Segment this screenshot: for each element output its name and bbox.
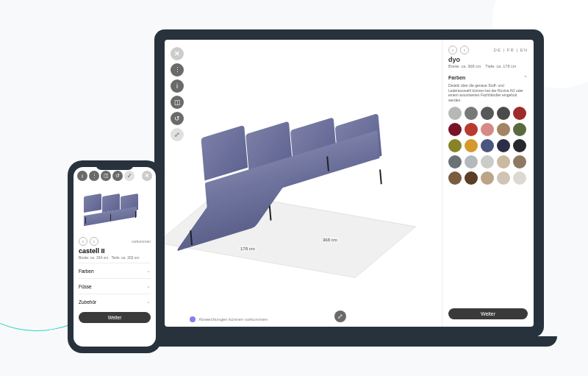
laptop-base [141, 336, 557, 347]
color-swatch[interactable] [513, 171, 526, 185]
expand-icon[interactable]: ⤢ [334, 311, 346, 322]
product-dimensions: Breite: ca. 334 cm Tiefe: ca. 202 cm [79, 255, 151, 260]
color-swatch[interactable] [481, 155, 494, 169]
section-colors[interactable]: Farben ⌃ [448, 73, 528, 83]
product-name: castell II [79, 247, 151, 255]
phone-notch [96, 163, 134, 170]
close-icon[interactable]: ✕ [142, 171, 152, 181]
sofa-3d[interactable] [84, 195, 146, 221]
chevron-down-icon: ⌄ [146, 283, 151, 289]
phone-info-panel: ‹ › vorkommen castell II Breite: ca. 334… [74, 237, 156, 347]
prev-icon[interactable]: ‹ [79, 237, 87, 246]
chevron-down-icon: ⌄ [146, 268, 151, 274]
info-icon[interactable]: i [77, 171, 87, 181]
color-swatch[interactable] [465, 107, 478, 120]
configurator-viewport[interactable]: 178 cm 368 cm Abweichungen können vorkom… [165, 40, 442, 327]
side-header: ‹ › DE | FR | EN [448, 46, 528, 54]
color-swatch[interactable] [513, 123, 526, 136]
product-name: dyo [448, 56, 528, 63]
section-accessories[interactable]: Zubehör ⌄ [79, 294, 151, 309]
more-icon[interactable]: ⋮ [89, 171, 99, 181]
color-swatch[interactable] [513, 139, 526, 152]
color-swatch[interactable] [448, 107, 462, 120]
laptop-screen: ✕ ⋮ i ◫ ↺ ⤢ [165, 40, 534, 327]
footer-hint: vorkommen [132, 239, 151, 244]
color-swatch[interactable] [497, 139, 510, 152]
dimensions-icon[interactable]: ◫ [101, 171, 111, 181]
product-dimensions: Breite: ca. 368 cm Tiefe: ca. 178 cm [448, 64, 528, 68]
sofa-3d[interactable] [201, 116, 414, 229]
phone-viewport[interactable] [74, 181, 156, 237]
dimension-length: 368 cm [320, 237, 340, 243]
color-swatch[interactable] [465, 123, 478, 136]
color-swatch[interactable] [481, 107, 494, 120]
section-colors[interactable]: Farben ⌄ [79, 263, 151, 278]
color-swatch[interactable] [448, 155, 462, 169]
color-swatch[interactable] [448, 139, 462, 152]
phone-device: i ⋮ ◫ ↺ ⤢ ✕ ‹ › vorkommen castell II [68, 160, 162, 353]
footer-text: Abweichungen können vorkommen [198, 317, 268, 322]
laptop-device: ✕ ⋮ i ◫ ↺ ⤢ [154, 29, 544, 347]
color-swatch[interactable] [481, 171, 494, 185]
phone-accordion: Farben ⌄ Füsse ⌄ Zubehör ⌄ [79, 263, 151, 309]
colors-description: Details über die genaue Stoff- und Leder… [448, 83, 528, 102]
prev-icon[interactable]: ‹ [448, 46, 457, 54]
viewport-footer: Abweichungen können vorkommen [190, 316, 268, 322]
color-swatch[interactable] [465, 155, 478, 169]
chevron-up-icon: ⌃ [523, 75, 528, 81]
language-switch[interactable]: DE | FR | EN [494, 48, 528, 52]
chevron-down-icon: ⌄ [146, 299, 151, 305]
color-swatch[interactable] [465, 139, 478, 152]
color-swatch[interactable] [497, 123, 510, 136]
next-icon[interactable]: › [460, 46, 469, 54]
color-swatch[interactable] [481, 123, 494, 136]
continue-button[interactable]: Weiter [79, 312, 151, 323]
color-swatch[interactable] [497, 171, 510, 185]
laptop-frame: ✕ ⋮ i ◫ ↺ ⤢ [154, 29, 544, 337]
color-swatch[interactable] [497, 107, 510, 120]
color-swatch[interactable] [448, 171, 462, 185]
phone-screen: i ⋮ ◫ ↺ ⤢ ✕ ‹ › vorkommen castell II [74, 167, 156, 347]
section-feet[interactable]: Füsse ⌄ [79, 278, 151, 294]
zoom-icon[interactable]: ⤢ [124, 171, 135, 181]
continue-button[interactable]: Weiter [448, 308, 528, 319]
dimension-width: 178 cm [238, 246, 257, 252]
next-icon[interactable]: › [90, 237, 98, 246]
reset-icon[interactable]: ↺ [112, 171, 123, 181]
color-swatches [448, 107, 528, 185]
color-swatch[interactable] [448, 123, 462, 136]
color-swatch[interactable] [513, 155, 526, 169]
side-panel: ‹ › DE | FR | EN dyo Breite: ca. 368 cm … [442, 40, 534, 327]
color-swatch[interactable] [465, 171, 478, 185]
color-swatch[interactable] [481, 139, 494, 152]
color-swatch[interactable] [497, 155, 510, 169]
color-indicator-icon [190, 316, 196, 322]
color-swatch[interactable] [513, 107, 526, 120]
